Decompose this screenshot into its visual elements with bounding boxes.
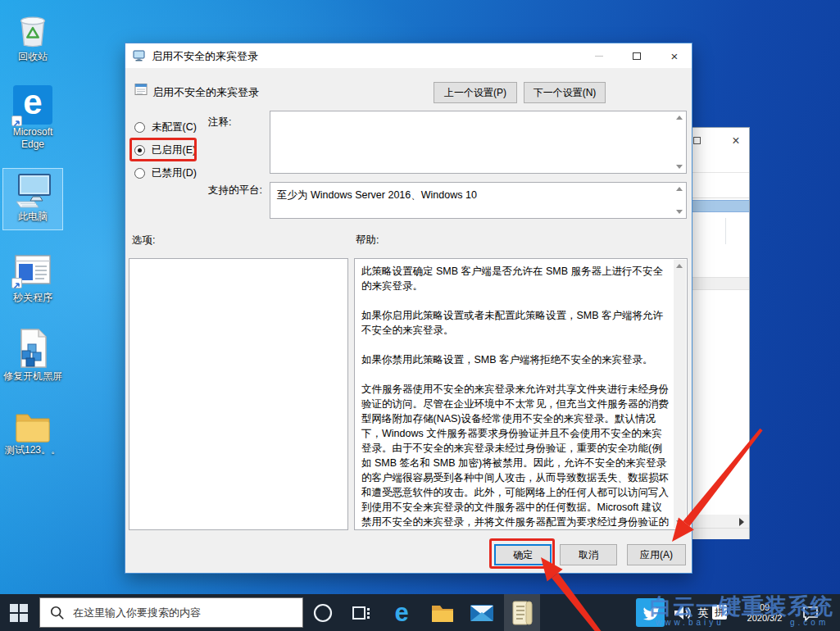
search-input[interactable] — [73, 606, 302, 619]
cancel-button[interactable]: 取消 — [560, 544, 617, 565]
desktop-icon-label: 修复开机黑屏 — [2, 370, 64, 383]
options-label: 选项: — [132, 234, 155, 247]
desktop: 回收站 e Microsoft Edge 此电脑 — [0, 0, 840, 631]
desktop-icon-this-pc[interactable]: 此电脑 — [2, 168, 64, 232]
shortcut-arrow-icon — [11, 278, 22, 288]
task-view-button[interactable] — [344, 594, 379, 631]
mail-button[interactable] — [464, 594, 500, 631]
restore-icon[interactable] — [693, 137, 701, 144]
radio-label: 已启用(E) — [152, 143, 196, 157]
bgwin-selected-column-header[interactable] — [692, 200, 749, 212]
scroll-right-icon[interactable] — [739, 518, 744, 526]
bgwin-statusbar — [692, 528, 749, 539]
clock-date: 2020/3/2 — [747, 613, 783, 624]
scroll-down-icon[interactable] — [676, 165, 683, 169]
scroll-down-icon[interactable] — [676, 520, 683, 524]
supported-on-textbox[interactable]: 至少为 Windows Server 2016、Windows 10 — [270, 182, 687, 219]
help-paragraph: 文件服务器使用不安全的来宾登录来允许对共享文件夹进行未经身份验证的访问。尽管在企… — [361, 382, 670, 529]
radio-selected-icon[interactable] — [134, 145, 145, 156]
twitter-icon — [642, 604, 660, 622]
desktop-icon-microsoft-edge[interactable]: e Microsoft Edge — [2, 85, 64, 151]
tray-ime-mode[interactable]: 拼 — [712, 605, 727, 620]
comment-label: 注释: — [208, 116, 231, 129]
taskbar: e — [0, 594, 840, 631]
desktop-icon-label: 测试123。。 — [2, 444, 64, 456]
next-setting-button[interactable]: 下一个设置(N) — [524, 82, 606, 103]
radio-icon[interactable] — [134, 122, 145, 133]
taskbar-edge-button[interactable]: e — [384, 594, 420, 631]
scroll-up-icon[interactable] — [676, 187, 683, 191]
desktop-icon-label: Microsoft Edge — [2, 126, 64, 151]
scroll-down-icon[interactable] — [676, 210, 683, 214]
maximize-button[interactable] — [618, 43, 656, 68]
taskbar-search-box[interactable] — [39, 597, 303, 628]
tray-volume-button[interactable] — [670, 594, 693, 631]
desktop-icon-label: 秒关程序 — [2, 292, 64, 304]
tray-twitter-button[interactable] — [636, 598, 665, 627]
edge-icon: e — [13, 85, 52, 125]
background-window-group-policy-editor: × — [691, 127, 750, 539]
recycle-bin-icon — [14, 10, 52, 49]
radio-label: 未配置(C) — [152, 120, 197, 134]
scroll-up-icon[interactable] — [676, 116, 683, 120]
desktop-icon-folder[interactable]: 测试123。。 — [2, 410, 64, 456]
minimize-button[interactable] — [580, 43, 618, 68]
scroll-document-icon — [510, 599, 534, 627]
close-icon: × — [671, 50, 679, 62]
cortana-button[interactable] — [306, 594, 339, 631]
policy-dialog: 启用不安全的来宾登录 × 启用不安全的来宾登录 上一个设置(P) 下一个设置(N… — [125, 43, 692, 574]
help-pane: 此策略设置确定 SMB 客户端是否允许在 SMB 服务器上进行不安全的来宾登录。… — [354, 258, 688, 530]
desktop-icon-recycle-bin[interactable]: 回收站 — [2, 10, 64, 63]
registry-file-icon — [15, 328, 51, 369]
folder-icon — [14, 410, 52, 443]
supported-on-label: 支持的平台: — [208, 184, 262, 197]
close-button[interactable]: × — [656, 43, 693, 68]
close-icon[interactable]: × — [725, 131, 747, 151]
volume-icon — [672, 603, 692, 623]
maximize-icon — [633, 52, 641, 60]
previous-setting-button[interactable]: 上一个设置(P) — [434, 82, 517, 103]
windows-logo-icon — [9, 603, 29, 623]
cortana-icon — [312, 602, 334, 624]
tray-input-language[interactable]: 英 — [695, 594, 711, 631]
help-text: 此策略设置确定 SMB 客户端是否允许在 SMB 服务器上进行不安全的来宾登录。… — [356, 260, 673, 529]
search-icon — [50, 606, 65, 620]
supported-on-value: 至少为 Windows Server 2016、Windows 10 — [277, 188, 477, 202]
desktop-icon-registry-file[interactable]: 修复开机黑屏 — [2, 328, 64, 383]
ok-button[interactable]: 确定 — [494, 544, 552, 565]
radio-label: 已禁用(D) — [152, 166, 197, 180]
apply-button[interactable]: 应用(A) — [627, 544, 686, 565]
radio-enabled[interactable]: 已启用(E) — [134, 143, 196, 157]
file-explorer-button[interactable] — [425, 594, 461, 631]
mail-icon — [470, 603, 494, 623]
bgwin-group-band — [692, 277, 749, 290]
clock-time: 09 — [760, 602, 770, 613]
bgwin-horizontal-scrollbar[interactable] — [692, 515, 749, 528]
minimize-icon — [595, 56, 603, 57]
options-pane — [129, 258, 348, 530]
bgwin-toolbar — [692, 173, 749, 198]
help-label: 帮助: — [356, 234, 379, 247]
edge-icon: e — [394, 600, 408, 625]
this-pc-icon — [13, 171, 52, 209]
dialog-titlebar[interactable]: 启用不安全的来宾登录 × — [125, 43, 692, 68]
radio-icon[interactable] — [134, 168, 145, 179]
desktop-icon-label: 此电脑 — [2, 211, 64, 223]
comment-textbox[interactable] — [270, 111, 687, 174]
task-view-icon — [352, 603, 371, 623]
file-explorer-icon — [430, 602, 455, 624]
group-policy-editor-button[interactable] — [504, 594, 540, 631]
radio-disabled[interactable]: 已禁用(D) — [134, 166, 197, 180]
start-button[interactable] — [0, 594, 38, 631]
scroll-up-icon[interactable] — [676, 264, 683, 268]
bgwin-column-divider — [725, 218, 726, 244]
app-window-icon — [13, 252, 52, 290]
desktop-icon-label: 回收站 — [2, 51, 64, 63]
radio-not-configured[interactable]: 未配置(C) — [134, 120, 197, 134]
help-scrollbar[interactable] — [674, 260, 686, 529]
shortcut-arrow-icon — [11, 116, 22, 126]
policy-setting-icon — [134, 83, 148, 97]
desktop-icon-app-shortcut[interactable]: 秒关程序 — [2, 252, 64, 304]
tray-clock[interactable]: 09 2020/3/2 — [736, 594, 793, 631]
action-center-button[interactable] — [797, 594, 824, 631]
